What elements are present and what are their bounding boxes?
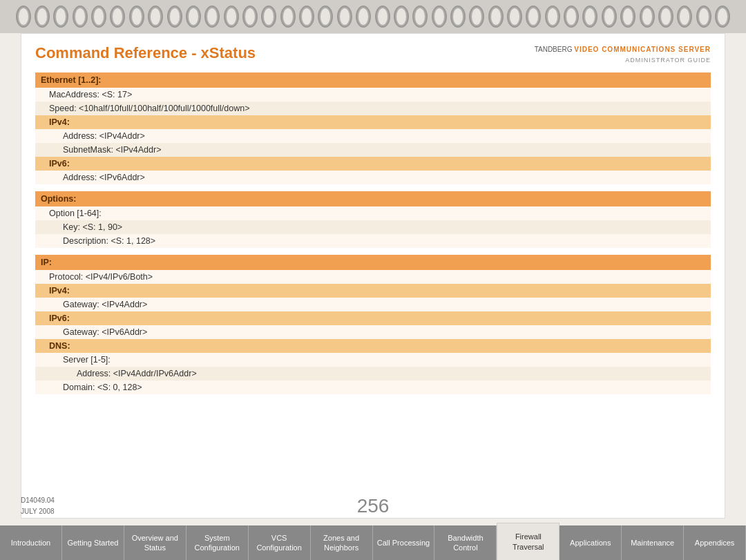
spacer-row	[35, 248, 711, 255]
table-cell: IPv4:	[35, 284, 711, 298]
spiral-hole	[129, 6, 144, 28]
nav-tab-getting-started[interactable]: Getting Started	[62, 525, 124, 560]
nav-tab-introduction[interactable]: Introduction	[0, 525, 62, 560]
table-cell: IPv6:	[35, 311, 711, 325]
table-cell: Key: <S: 1, 90>	[35, 220, 711, 234]
nav-tab-vcs-configuration[interactable]: VCS Configuration	[249, 525, 311, 560]
nav-tab-overview-and-status[interactable]: Overview and Status	[124, 525, 186, 560]
doc-date: JULY 2008	[21, 506, 55, 517]
spiral-hole	[261, 6, 276, 28]
spiral-hole	[186, 6, 201, 28]
spiral-hole	[280, 6, 296, 28]
spiral-hole	[432, 6, 447, 28]
section-header-label-ip: IP:	[35, 255, 711, 270]
doc-id: D14049.04	[21, 495, 55, 506]
tandberg-logo: TANDBERG VIDEO COMMUNICATIONS SERVER ADM…	[535, 44, 711, 66]
table-row: Address: <IPv4Addr/IPv6Addr>	[35, 367, 711, 380]
spiral-hole	[412, 6, 428, 28]
table-row: Server [1-5]:	[35, 353, 711, 367]
nav-tab-firewall-traversal[interactable]: Firewall Traversal	[497, 523, 560, 560]
nav-tab-call-processing[interactable]: Call Processing	[373, 525, 435, 560]
spiral-hole	[658, 6, 673, 28]
spiral-hole	[224, 6, 239, 28]
page-number: 256	[357, 495, 390, 517]
table-row: IPv6:	[35, 157, 711, 171]
table-row: Description: <S: 1, 128>	[35, 234, 711, 248]
table-cell: MacAddress: <S: 17>	[35, 88, 711, 102]
brand-guide: ADMINISTRATOR GUIDE	[625, 57, 711, 64]
table-row: Address: <IPv4Addr>	[35, 129, 711, 143]
nav-tab-appendices[interactable]: Appendices	[684, 525, 746, 560]
table-row: Gateway: <IPv4Addr>	[35, 298, 711, 311]
table-row: Protocol: <IPv4/IPv6/Both>	[35, 270, 711, 284]
spiral-hole	[640, 6, 655, 28]
table-cell: Description: <S: 1, 128>	[35, 234, 711, 248]
spiral-binding	[0, 0, 746, 33]
nav-tab-bandwidth-control[interactable]: Bandwidth Control	[434, 525, 497, 560]
section-header-label-ethernet: Ethernet [1..2]:	[35, 73, 711, 88]
page-title: Command Reference - xStatus	[35, 44, 256, 62]
table-cell: Domain: <S: 0, 128>	[35, 380, 711, 394]
doc-info: D14049.04 JULY 2008	[21, 495, 55, 517]
spiral-hole	[356, 6, 371, 28]
spiral-hole	[73, 6, 88, 28]
spiral-hole	[564, 6, 579, 28]
table-cell: IPv4:	[35, 115, 711, 129]
spiral-hole	[545, 6, 560, 28]
nav-tab-zones-and-neighbors[interactable]: Zones and Neighbors	[311, 525, 373, 560]
spiral-hole	[526, 6, 541, 28]
spiral-hole	[53, 6, 68, 28]
table-row: Gateway: <IPv6Addr>	[35, 325, 711, 339]
spiral-holes	[0, 6, 746, 28]
spiral-hole	[469, 6, 484, 28]
spiral-hole	[677, 6, 692, 28]
table-cell: DNS:	[35, 339, 711, 353]
table-cell: Server [1-5]:	[35, 353, 711, 367]
section-header-ethernet: Ethernet [1..2]:	[35, 73, 711, 88]
nav-tab-applications[interactable]: Applications	[560, 525, 622, 560]
table-row: Option [1-64]:	[35, 206, 711, 220]
spiral-hole	[488, 6, 504, 28]
spiral-hole	[242, 6, 258, 28]
reference-table: Ethernet [1..2]:MacAddress: <S: 17>Speed…	[35, 73, 711, 394]
nav-tab-maintenance[interactable]: Maintenance	[622, 525, 684, 560]
spiral-hole	[337, 6, 352, 28]
table-row: Address: <IPv6Addr>	[35, 171, 711, 184]
spiral-hole	[91, 6, 106, 28]
table-row: DNS:	[35, 339, 711, 353]
table-row: IPv4:	[35, 115, 711, 129]
spiral-hole	[715, 6, 730, 28]
spiral-hole	[299, 6, 314, 28]
brand-name: TANDBERG VIDEO COMMUNICATIONS SERVER	[535, 46, 711, 53]
table-row: Speed: <10half/10full/100half/100full/10…	[35, 102, 711, 115]
spiral-hole	[204, 6, 220, 28]
table-cell: Gateway: <IPv4Addr>	[35, 298, 711, 311]
spiral-hole	[35, 6, 50, 28]
spiral-hole	[450, 6, 466, 28]
spiral-hole	[375, 6, 390, 28]
table-row: IPv4:	[35, 284, 711, 298]
bottom-navigation: IntroductionGetting StartedOverview and …	[0, 520, 746, 560]
spacer-row	[35, 184, 711, 191]
section-header-ip: IP:	[35, 255, 711, 270]
table-cell: Gateway: <IPv6Addr>	[35, 325, 711, 339]
spiral-hole	[16, 6, 31, 28]
table-cell: Address: <IPv4Addr/IPv6Addr>	[35, 367, 711, 380]
page-header: Command Reference - xStatus TANDBERG VID…	[21, 34, 725, 73]
table-cell: IPv6:	[35, 157, 711, 171]
spiral-hole	[582, 6, 597, 28]
table-cell: Address: <IPv6Addr>	[35, 171, 711, 184]
table-row: Domain: <S: 0, 128>	[35, 380, 711, 394]
spiral-hole	[148, 6, 163, 28]
page-content: Command Reference - xStatus TANDBERG VID…	[21, 33, 725, 519]
nav-tab-system-configuration[interactable]: System Configuration	[186, 525, 249, 560]
table-cell: Speed: <10half/10full/100half/100full/10…	[35, 102, 711, 115]
section-header-options: Options:	[35, 191, 711, 206]
spiral-hole	[696, 6, 711, 28]
spiral-hole	[507, 6, 522, 28]
table-row: SubnetMask: <IPv4Addr>	[35, 143, 711, 157]
table-row: Key: <S: 1, 90>	[35, 220, 711, 234]
spiral-hole	[620, 6, 635, 28]
spiral-hole	[110, 6, 125, 28]
spiral-hole	[602, 6, 617, 28]
